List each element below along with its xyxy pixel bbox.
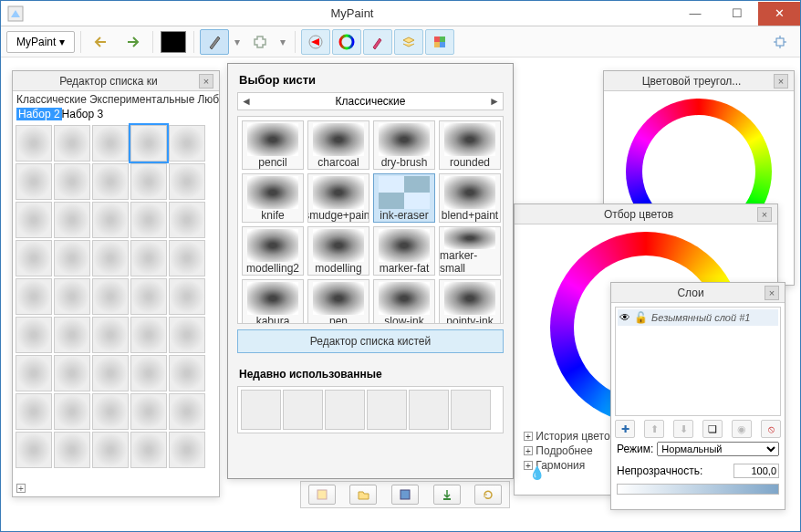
next-category-icon[interactable]: ► [486,95,503,108]
undo-button[interactable] [87,29,116,55]
new-button[interactable] [308,485,336,505]
brush-thumb[interactable] [169,202,205,238]
color-ring-toggle[interactable] [332,29,361,55]
brush-thumb[interactable] [169,393,205,430]
prev-category-icon[interactable]: ◄ [238,95,255,108]
brush-thumb[interactable] [16,432,52,468]
brush-thumb[interactable] [54,317,90,353]
brush-cell[interactable]: dry-brush [373,120,435,170]
brush-cell[interactable]: pointy-ink [439,279,501,324]
brush-thumb[interactable] [16,355,52,391]
brush-thumb[interactable] [169,240,205,276]
fullscreen-button[interactable] [765,29,795,55]
duplicate-layer-button[interactable]: ❏ [702,420,723,438]
brush-set-selected[interactable]: Набор 2 [16,108,62,120]
chevron-down-icon[interactable]: ▾ [231,36,244,48]
opacity-slider[interactable] [617,484,779,495]
category-selector[interactable]: ◄ Классические ► [237,92,504,110]
brush-thumb[interactable] [92,432,129,468]
brush-thumb[interactable] [16,393,52,430]
layer-up-button[interactable]: ⬆ [644,420,664,438]
recent-brush[interactable] [241,390,281,430]
brush-thumb[interactable] [169,278,205,315]
brush-thumb[interactable] [169,163,205,200]
close-icon[interactable]: × [774,74,788,89]
add-brushset-button[interactable]: + [16,482,26,495]
brush-thumb[interactable] [130,240,167,276]
brush-category-tabs[interactable]: Классические Экспериментальные Люб [13,91,219,108]
blend-mode-select[interactable]: Нормальный [657,442,779,456]
delete-layer-button[interactable]: ⦸ [761,420,781,438]
brush-thumb[interactable] [16,163,52,200]
brush-thumb[interactable] [169,432,205,468]
brush-cell[interactable]: slow-ink [373,279,435,324]
brush-thumb[interactable] [130,125,167,162]
open-button[interactable] [349,485,377,505]
brush-thumb[interactable] [130,393,167,430]
brush-thumb[interactable] [16,202,52,238]
brush-cell[interactable]: charcoal [307,120,369,170]
brush-cell[interactable]: smudge+paint [307,173,369,223]
brush-cell[interactable]: pen [307,279,369,324]
eyedropper-icon[interactable]: 💧 [529,465,545,480]
recent-brush[interactable] [451,390,491,430]
brush-list-toggle[interactable] [363,29,392,55]
brush-cell[interactable]: ink-eraser [373,173,435,223]
recent-brush[interactable] [367,390,407,430]
brush-thumb[interactable] [169,317,205,353]
layers-toggle[interactable] [394,29,423,55]
opacity-value[interactable]: 100,0 [733,464,779,478]
brush-thumb[interactable] [92,393,129,430]
brush-thumb[interactable] [54,432,90,468]
recent-brush[interactable] [409,390,449,430]
brush-cell[interactable]: blend+paint [439,173,501,223]
brush-thumb[interactable] [54,240,90,276]
save-button[interactable] [391,485,419,505]
app-menu-button[interactable]: MyPaint ▾ [6,31,75,53]
brush-cell[interactable]: marker-fat [373,226,435,276]
brush-tool-button[interactable] [200,29,229,55]
export-button[interactable] [433,485,461,505]
redo-button[interactable] [118,29,147,55]
brush-cell[interactable]: rounded [439,120,501,170]
brush-thumb[interactable] [92,355,129,391]
brush-thumb[interactable] [54,278,90,315]
brush-thumb[interactable] [54,355,90,391]
scratchpad-toggle[interactable] [425,29,454,55]
brush-thumb[interactable] [130,163,167,200]
brush-thumb[interactable] [16,317,52,353]
minimize-button[interactable]: — [674,2,716,26]
close-button[interactable]: ✕ [758,2,800,26]
brush-thumb[interactable] [169,355,205,391]
visibility-icon[interactable]: 👁 [619,311,630,324]
brush-thumb[interactable] [16,278,52,315]
recent-brush[interactable] [325,390,365,430]
brush-thumb[interactable] [130,317,167,353]
brush-thumb[interactable] [130,278,167,315]
plugin-button[interactable] [245,29,275,55]
close-icon[interactable]: × [765,286,779,300]
brush-set-other[interactable]: Набор 3 [62,108,104,120]
brush-set-row[interactable]: Набор 2Набор 3 [13,108,219,122]
brush-thumb[interactable] [130,355,167,391]
brush-thumb[interactable] [130,432,167,468]
brush-thumb[interactable] [92,240,129,276]
open-brush-editor-button[interactable]: Редактор списка кистей [237,329,504,353]
brush-thumb[interactable] [54,393,90,430]
brush-cell[interactable]: kabura [242,279,304,324]
brush-thumb[interactable] [92,317,129,353]
brush-thumb[interactable] [54,202,90,238]
merge-layer-button[interactable]: ◉ [732,420,752,438]
brush-cell[interactable]: modelling2 [242,226,304,276]
brush-thumb[interactable] [92,125,129,162]
brush-thumb[interactable] [16,125,52,162]
brush-thumb[interactable] [92,278,129,315]
color-triangle-toggle[interactable] [301,29,330,55]
lock-icon[interactable]: 🔓 [634,311,648,324]
chevron-down-icon[interactable]: ▾ [276,36,289,48]
brush-cell[interactable]: marker-small [439,226,501,276]
brush-thumb[interactable] [54,163,90,200]
brush-cell[interactable]: pencil [242,120,304,170]
maximize-button[interactable]: ☐ [716,2,758,26]
brush-thumb[interactable] [92,163,129,200]
